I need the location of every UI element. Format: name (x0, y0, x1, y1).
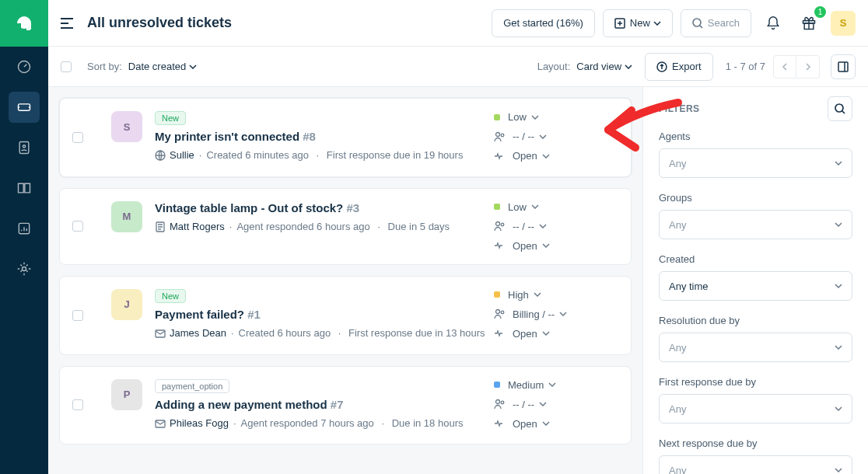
filter-label: First response due by (659, 376, 852, 388)
filter-select[interactable]: Any (659, 455, 852, 474)
priority-dropdown[interactable]: High (494, 289, 618, 301)
ticket-card[interactable]: J New Payment failed? #1 James Dean · Cr… (59, 276, 632, 355)
svg-point-20 (496, 310, 500, 314)
filter-select[interactable]: Any time (659, 271, 852, 301)
filter-select[interactable]: Any (659, 394, 852, 423)
filter-select[interactable]: Any (659, 210, 852, 239)
ticket-title[interactable]: My printer isn't connected #8 (155, 130, 494, 143)
ticket-title[interactable]: Adding a new payment method #7 (155, 398, 494, 411)
filters-heading: FILTERS (659, 103, 828, 114)
sort-by-label: Sort by: (87, 61, 122, 72)
page-title: All unresolved tickets (87, 15, 232, 31)
status-dropdown[interactable]: Open (494, 418, 618, 430)
priority-dropdown[interactable]: Low (494, 201, 618, 213)
gift-badge: 1 (814, 6, 826, 18)
svg-point-18 (501, 223, 504, 226)
status-dropdown[interactable]: Open (494, 150, 618, 162)
ticket-meta: Created 6 minutes ago · First response d… (206, 148, 463, 164)
ticket-id: #7 (331, 398, 344, 411)
layout-label: Layout: (537, 61, 571, 72)
svg-point-14 (496, 132, 500, 136)
assign-dropdown[interactable]: -- / -- (494, 399, 618, 410)
svg-point-15 (501, 134, 504, 137)
get-started-button[interactable]: Get started (16%) (492, 9, 595, 37)
requester-avatar: S (111, 111, 142, 142)
ticket-tag: New (155, 289, 186, 303)
svg-point-23 (496, 400, 500, 404)
sort-by-dropdown[interactable]: Date created (128, 61, 197, 72)
svg-rect-2 (19, 104, 30, 110)
svg-point-25 (835, 104, 843, 112)
svg-point-17 (496, 222, 500, 226)
filter-label: Next response due by (659, 437, 852, 449)
svg-point-6 (23, 267, 26, 271)
ticket-card[interactable]: M Vintage table lamp - Out of stock? #3 … (59, 188, 632, 265)
nav-contacts-icon[interactable] (0, 127, 48, 168)
filter-select[interactable]: Any (659, 333, 852, 362)
requester-avatar: M (111, 201, 142, 232)
ticket-id: #3 (346, 201, 359, 214)
ticket-title[interactable]: Payment failed? #1 (155, 308, 494, 321)
new-button[interactable]: New (603, 9, 673, 37)
search-button[interactable]: Search (681, 9, 751, 37)
svg-point-24 (501, 401, 504, 404)
layout-dropdown[interactable]: Card view (576, 61, 632, 72)
svg-rect-12 (838, 62, 848, 71)
filter-select[interactable]: Any (659, 148, 852, 178)
ticket-tag: New (155, 111, 186, 125)
priority-dropdown[interactable]: Low (494, 111, 618, 123)
toggle-panel-button[interactable] (831, 54, 856, 79)
filter-label: Groups (659, 192, 852, 204)
select-all-checkbox[interactable] (61, 61, 72, 72)
ticket-checkbox[interactable] (72, 310, 83, 321)
requester-name: James Dean (170, 326, 226, 342)
filter-panel: FILTERS Agents Any Groups Any Created An… (642, 87, 868, 474)
side-nav (0, 0, 48, 474)
notifications-icon[interactable] (759, 9, 787, 37)
hamburger-icon[interactable] (61, 18, 73, 29)
filter-label: Agents (659, 131, 852, 142)
nav-tickets-icon[interactable] (9, 92, 40, 123)
pager-next-button[interactable] (796, 55, 820, 78)
priority-dropdown[interactable]: Medium (494, 379, 618, 391)
svg-point-4 (23, 145, 25, 148)
ticket-card[interactable]: S New My printer isn't connected #8 Sull… (59, 98, 632, 177)
gift-icon[interactable]: 1 (795, 9, 823, 37)
ticket-meta: Created 6 hours ago · First response due… (239, 326, 485, 342)
status-dropdown[interactable]: Open (494, 240, 618, 252)
pager-prev-button[interactable] (773, 55, 796, 78)
assign-dropdown[interactable]: -- / -- (494, 131, 618, 142)
svg-point-21 (501, 311, 504, 314)
ticket-checkbox[interactable] (72, 221, 83, 232)
requester-name: Matt Rogers (170, 219, 225, 235)
requester-name: Phileas Fogg (170, 416, 229, 432)
filter-search-button[interactable] (828, 96, 852, 121)
ticket-meta: Agent responded 6 hours ago · Due in 5 d… (236, 219, 450, 235)
ticket-title[interactable]: Vintage table lamp - Out of stock? #3 (155, 201, 494, 214)
requester-avatar: J (111, 289, 142, 320)
ticket-id: #1 (247, 308, 261, 321)
nav-dashboard-icon[interactable] (0, 47, 48, 87)
ticket-tag: payment_option (155, 379, 229, 393)
svg-point-8 (693, 19, 701, 26)
filter-label: Resolution due by (659, 315, 852, 326)
ticket-checkbox[interactable] (72, 399, 83, 410)
nav-solutions-icon[interactable] (0, 168, 48, 208)
nav-settings-icon[interactable] (0, 249, 48, 289)
ticket-id: #8 (303, 130, 316, 143)
user-avatar[interactable]: S (831, 11, 856, 36)
requester-avatar: P (111, 379, 142, 410)
pager-count: 1 - 7 of 7 (726, 61, 765, 72)
list-controls: Sort by: Date created Layout: Card view … (48, 47, 868, 87)
assign-dropdown[interactable]: Billing / -- (494, 308, 618, 320)
ticket-card[interactable]: P payment_option Adding a new payment me… (59, 366, 632, 445)
nav-analytics-icon[interactable] (0, 208, 48, 249)
assign-dropdown[interactable]: -- / -- (494, 221, 618, 232)
export-button[interactable]: Export (645, 53, 713, 81)
brand-logo[interactable] (0, 0, 48, 47)
ticket-meta: Agent responded 7 hours ago · Due in 18 … (241, 416, 464, 432)
ticket-checkbox[interactable] (72, 132, 83, 143)
top-bar: All unresolved tickets Get started (16%)… (48, 0, 868, 47)
status-dropdown[interactable]: Open (494, 328, 618, 340)
requester-name: Sullie (170, 148, 194, 164)
